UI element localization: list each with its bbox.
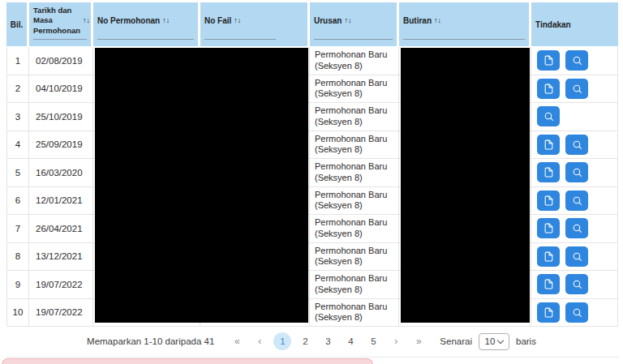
table-header: Bil.Tarikh dan Masa Permohonan↑↓No Permo…: [6, 2, 618, 46]
cell-tarikh: 26/04/2021: [29, 215, 93, 242]
page-button-3[interactable]: 3: [320, 336, 336, 346]
search-icon: [572, 167, 582, 178]
column-label: Tindakan: [535, 19, 571, 30]
document-icon: [544, 55, 554, 66]
search-button[interactable]: [565, 50, 588, 71]
page-button-1[interactable]: 1: [273, 332, 291, 350]
sort-arrows-icon[interactable]: ↑↓: [434, 16, 441, 26]
column-label: Bil.: [11, 19, 24, 30]
column-header-urusan[interactable]: Urusan↑↓: [310, 2, 399, 46]
search-button[interactable]: [565, 135, 588, 155]
document-button[interactable]: [537, 79, 560, 99]
toast-notification: [2, 358, 373, 364]
cell-bil: 7: [6, 215, 29, 242]
page-size-value: 10: [485, 336, 496, 346]
first-page-button[interactable]: «: [229, 336, 245, 347]
cell-bil: 8: [6, 243, 29, 271]
cell-bil: 5: [6, 159, 29, 186]
search-button[interactable]: [565, 274, 588, 294]
column-header-no-permohonan[interactable]: No Permohonan↑↓: [93, 2, 200, 46]
document-button[interactable]: [537, 50, 560, 71]
redaction-overlay-butiran: [401, 48, 530, 323]
column-header-no-fail[interactable]: No Fail↑↓: [200, 2, 310, 46]
document-icon: [544, 279, 554, 289]
cell-bil: 3: [6, 103, 29, 131]
cell-bil: 1: [6, 47, 29, 75]
document-button[interactable]: [537, 218, 560, 238]
applications-table-screen: Bil.Tarikh dan Masa Permohonan↑↓No Permo…: [0, 0, 623, 364]
search-icon: [572, 139, 582, 150]
cell-urusan: Permohonan Baru (Seksyen 8): [310, 215, 399, 242]
column-filter-input[interactable]: [314, 39, 393, 40]
page-size-suffix: baris: [516, 336, 536, 346]
document-icon: [544, 139, 554, 150]
chevron-down-icon: [497, 336, 504, 343]
search-button[interactable]: [565, 191, 588, 211]
column-header-tarikh-dan-masa-permohonan[interactable]: Tarikh dan Masa Permohonan↑↓: [29, 2, 93, 46]
cell-tarikh: 19/07/2022: [29, 299, 93, 327]
cell-tarikh: 25/09/2019: [29, 131, 93, 159]
cell-urusan: Permohonan Baru (Seksyen 8): [310, 47, 399, 75]
cell-tindakan: [531, 271, 618, 298]
cell-urusan: Permohonan Baru (Seksyen 8): [310, 159, 399, 186]
column-label: No Fail: [204, 15, 231, 26]
search-button[interactable]: [565, 79, 588, 99]
redaction-overlay-no-permohonan-no-fail: [95, 48, 308, 323]
last-page-button[interactable]: »: [410, 336, 427, 347]
cell-tarikh: 04/10/2019: [29, 75, 93, 103]
cell-urusan: Permohonan Baru (Seksyen 8): [310, 299, 399, 327]
pagination-bar: Memaparkan 1-10 daripada 41 « ‹ 12345 › …: [0, 327, 623, 356]
document-icon: [544, 195, 554, 206]
page-size-label: Senarai: [440, 336, 472, 346]
document-icon: [544, 84, 554, 94]
column-label: Tarikh dan Masa Permohonan: [33, 6, 80, 36]
sort-arrows-icon[interactable]: ↑↓: [83, 16, 90, 26]
page-button-2[interactable]: 2: [297, 336, 313, 346]
previous-page-button[interactable]: ‹: [251, 336, 268, 347]
column-label: Butiran: [403, 15, 432, 26]
search-icon: [572, 55, 582, 66]
page-number-list: 12345: [271, 332, 385, 350]
search-icon: [572, 251, 582, 262]
search-icon: [572, 195, 582, 206]
document-button[interactable]: [537, 246, 560, 267]
column-header-bil: Bil.: [6, 2, 29, 46]
cell-tindakan: [531, 299, 618, 327]
document-button[interactable]: [537, 191, 560, 211]
cell-tindakan: [531, 103, 618, 131]
document-button[interactable]: [537, 274, 560, 294]
next-page-button[interactable]: ›: [388, 336, 404, 347]
search-button[interactable]: [537, 106, 560, 126]
cell-bil: 4: [6, 131, 29, 159]
sort-arrows-icon[interactable]: ↑↓: [234, 16, 241, 26]
column-filter-input[interactable]: [403, 39, 525, 40]
cell-bil: 10: [6, 299, 29, 327]
cell-urusan: Permohonan Baru (Seksyen 8): [310, 103, 399, 131]
column-filter-input[interactable]: [33, 39, 87, 40]
document-button[interactable]: [537, 162, 560, 182]
cell-tindakan: [531, 243, 618, 271]
bottom-divider: [6, 357, 619, 358]
sort-arrows-icon[interactable]: ↑↓: [162, 16, 170, 26]
cell-urusan: Permohonan Baru (Seksyen 8): [310, 243, 399, 271]
cell-tarikh: 25/10/2019: [29, 103, 93, 131]
search-button[interactable]: [565, 246, 588, 267]
column-filter-input[interactable]: [97, 39, 194, 40]
cell-bil: 9: [6, 271, 29, 298]
cell-tindakan: [531, 159, 618, 186]
document-button[interactable]: [537, 302, 560, 323]
cell-urusan: Permohonan Baru (Seksyen 8): [310, 271, 399, 298]
page-button-5[interactable]: 5: [365, 336, 381, 346]
cell-tarikh: 02/08/2019: [29, 47, 93, 75]
search-icon: [572, 279, 582, 289]
document-button[interactable]: [537, 135, 560, 155]
sort-arrows-icon[interactable]: ↑↓: [344, 16, 351, 26]
column-filter-input[interactable]: [204, 39, 276, 40]
search-button[interactable]: [565, 162, 588, 182]
column-label: No Permohonan: [97, 15, 160, 26]
search-button[interactable]: [565, 302, 588, 323]
column-header-butiran[interactable]: Butiran↑↓: [399, 2, 531, 46]
search-button[interactable]: [565, 218, 588, 238]
page-size-select[interactable]: 10: [479, 333, 509, 350]
page-button-4[interactable]: 4: [342, 336, 359, 346]
